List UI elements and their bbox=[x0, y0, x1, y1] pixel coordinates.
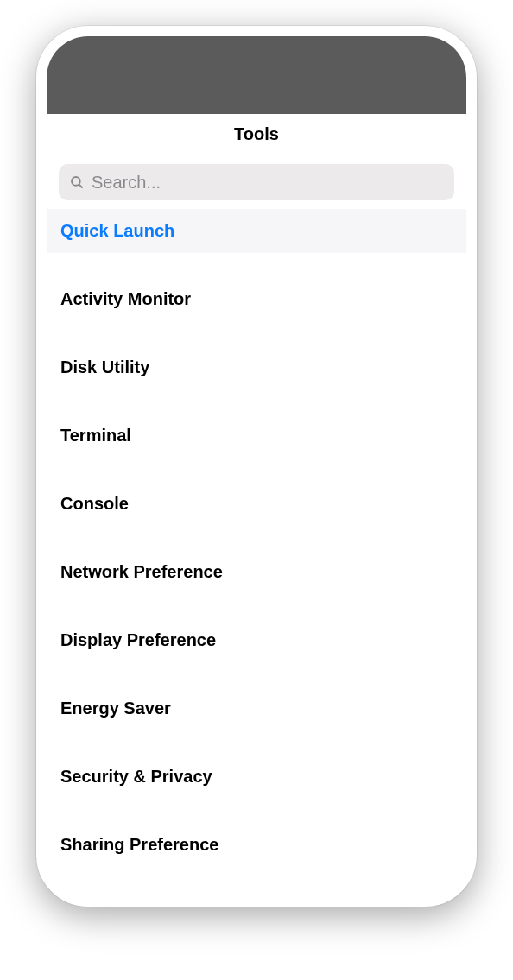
list-item-label: Network Preference bbox=[60, 562, 223, 581]
list-item-label: Disk Utility bbox=[60, 357, 149, 376]
list-item-label: Energy Saver bbox=[60, 699, 171, 718]
list-item-quick-launch[interactable]: Quick Launch bbox=[47, 209, 466, 253]
list-item-label: Terminal bbox=[60, 426, 131, 445]
search-field[interactable] bbox=[59, 164, 454, 200]
list-item-label: Console bbox=[60, 494, 129, 513]
list-item-console[interactable]: Console bbox=[47, 482, 466, 526]
svg-line-1 bbox=[79, 184, 82, 187]
list-item-label: Activity Monitor bbox=[60, 289, 191, 308]
search-icon bbox=[69, 174, 85, 190]
list-item-terminal[interactable]: Terminal bbox=[47, 414, 466, 458]
list-item-security-privacy[interactable]: Security & Privacy bbox=[47, 755, 466, 799]
list-item-network-preference[interactable]: Network Preference bbox=[47, 550, 466, 594]
list-item-sharing-preference[interactable]: Sharing Preference bbox=[47, 823, 466, 867]
page-title: Tools bbox=[234, 124, 279, 144]
list-item-label: Quick Launch bbox=[60, 221, 174, 240]
list-item-disk-utility[interactable]: Disk Utility bbox=[47, 345, 466, 389]
list-item-label: Security & Privacy bbox=[60, 767, 212, 786]
tools-list: Quick Launch Activity Monitor Disk Utili… bbox=[47, 209, 466, 867]
status-bar bbox=[47, 36, 466, 114]
search-container bbox=[47, 155, 466, 209]
search-input[interactable] bbox=[85, 173, 444, 193]
nav-bar: Tools bbox=[47, 114, 466, 155]
list-item-label: Display Preference bbox=[60, 630, 216, 649]
list-item-activity-monitor[interactable]: Activity Monitor bbox=[47, 277, 466, 321]
list-item-label: Sharing Preference bbox=[60, 835, 218, 854]
list-item-energy-saver[interactable]: Energy Saver bbox=[47, 686, 466, 730]
list-item-display-preference[interactable]: Display Preference bbox=[47, 618, 466, 662]
device-frame: Tools Quick Launch Activity Monitor Disk… bbox=[36, 26, 477, 907]
